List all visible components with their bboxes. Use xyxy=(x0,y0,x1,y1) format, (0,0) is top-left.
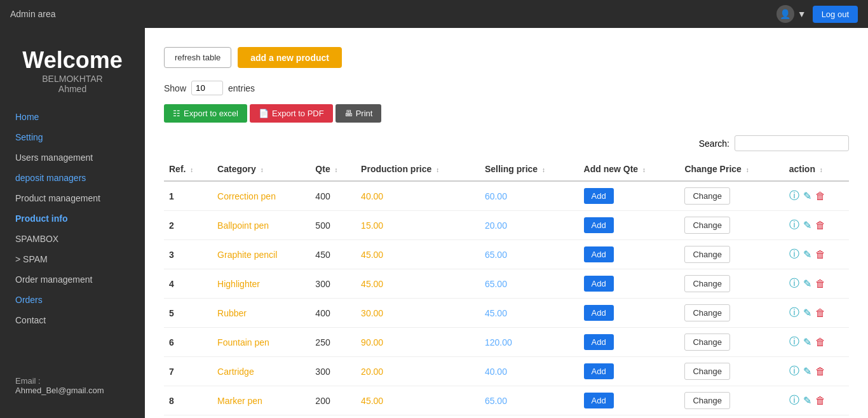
layout: Welcome BELMOKHTAR Ahmed Home Setting Us… xyxy=(0,28,868,418)
delete-icon[interactable]: 🗑 xyxy=(815,337,825,348)
change-price-button[interactable]: Change xyxy=(684,187,730,205)
cell-add-qte: Add xyxy=(579,299,680,328)
sidebar-item-setting[interactable]: Setting xyxy=(0,127,145,147)
cell-add-qte: Add xyxy=(579,181,680,211)
sidebar-item-product-info[interactable]: Product info xyxy=(0,208,145,229)
cell-qte: 300 xyxy=(310,269,356,299)
export-excel-button[interactable]: ☷ Export to excel xyxy=(164,104,247,123)
delete-icon[interactable]: 🗑 xyxy=(815,366,825,377)
edit-icon[interactable]: ✎ xyxy=(803,365,811,377)
change-price-button[interactable]: Change xyxy=(684,392,730,409)
search-input[interactable] xyxy=(735,135,849,151)
info-icon[interactable]: ⓘ xyxy=(789,394,799,407)
cell-category: Cartridge xyxy=(212,357,310,386)
cell-sell-price: 40.00 xyxy=(480,357,579,386)
admin-area-title: Admin area xyxy=(10,9,56,19)
cell-category: Highlighter xyxy=(212,269,310,299)
change-price-button[interactable]: Change xyxy=(684,304,730,321)
sort-action-icon[interactable]: ↕ xyxy=(820,166,823,173)
edit-icon[interactable]: ✎ xyxy=(803,336,811,348)
cell-action: ⓘ ✎ 🗑 xyxy=(784,211,849,240)
sort-add-qte-icon[interactable]: ↕ xyxy=(642,166,646,173)
user-menu[interactable]: 👤 ▼ xyxy=(776,5,806,23)
cell-category: Marker pen xyxy=(212,386,310,415)
change-price-button[interactable]: Change xyxy=(684,363,730,380)
print-button[interactable]: 🖶 Print xyxy=(336,104,382,123)
table-icon: ☷ xyxy=(173,109,180,118)
cell-change-price: Change xyxy=(679,328,783,357)
delete-icon[interactable]: 🗑 xyxy=(815,249,825,260)
delete-icon[interactable]: 🗑 xyxy=(815,278,825,290)
change-price-button[interactable]: Change xyxy=(684,334,730,351)
add-qty-button[interactable]: Add xyxy=(584,334,614,350)
edit-icon[interactable]: ✎ xyxy=(803,248,811,260)
cell-sell-price: 60.00 xyxy=(480,181,579,211)
logout-button[interactable]: Log out xyxy=(813,6,858,23)
info-icon[interactable]: ⓘ xyxy=(789,248,799,261)
sidebar-item-deposit-managers[interactable]: deposit managers xyxy=(0,168,145,188)
table-row: 3 Graphite pencil 450 45.00 65.00 Add Ch… xyxy=(164,240,849,269)
delete-icon[interactable]: 🗑 xyxy=(815,220,825,231)
pdf-icon: 📄 xyxy=(259,109,269,118)
add-qty-button[interactable]: Add xyxy=(584,393,614,408)
delete-icon[interactable]: 🗑 xyxy=(815,307,825,319)
col-category: Category ↕ xyxy=(212,158,310,181)
info-icon[interactable]: ⓘ xyxy=(789,277,799,290)
col-add-qte: Add new Qte ↕ xyxy=(579,158,680,181)
edit-icon[interactable]: ✎ xyxy=(803,219,811,231)
sidebar-nav: Home Setting Users management deposit ma… xyxy=(0,107,145,330)
cell-change-price: Change xyxy=(679,240,783,269)
cell-prod-price: 20.00 xyxy=(356,357,480,386)
sidebar-item-home[interactable]: Home xyxy=(0,107,145,127)
edit-icon[interactable]: ✎ xyxy=(803,278,811,290)
edit-icon[interactable]: ✎ xyxy=(803,307,811,319)
sort-ref-icon[interactable]: ↕ xyxy=(190,166,193,173)
info-icon[interactable]: ⓘ xyxy=(789,219,799,232)
sidebar-item-order-management: Order management xyxy=(0,269,145,290)
sidebar-item-orders[interactable]: Orders xyxy=(0,290,145,310)
add-qty-button[interactable]: Add xyxy=(584,276,614,292)
sort-prod-price-icon[interactable]: ↕ xyxy=(436,166,439,173)
cell-prod-price: 15.00 xyxy=(356,211,480,240)
table-row: 5 Rubber 400 30.00 45.00 Add Change ⓘ ✎ … xyxy=(164,299,849,328)
export-pdf-button[interactable]: 📄 Export to PDF xyxy=(250,104,333,123)
add-qty-button[interactable]: Add xyxy=(584,217,614,233)
sort-category-icon[interactable]: ↕ xyxy=(261,166,264,173)
delete-icon[interactable]: 🗑 xyxy=(815,395,825,407)
cell-category: Correction pen xyxy=(212,181,310,211)
sort-qte-icon[interactable]: ↕ xyxy=(335,166,338,173)
cell-sell-price: 45.00 xyxy=(480,299,579,328)
table-row: 2 Ballpoint pen 500 15.00 20.00 Add Chan… xyxy=(164,211,849,240)
change-price-button[interactable]: Change xyxy=(684,246,730,263)
delete-icon[interactable]: 🗑 xyxy=(815,191,825,202)
add-product-button[interactable]: add a new product xyxy=(238,47,342,68)
edit-icon[interactable]: ✎ xyxy=(803,190,811,202)
export-pdf-label: Export to PDF xyxy=(272,109,324,118)
sort-sell-price-icon[interactable]: ↕ xyxy=(542,166,545,173)
sort-change-price-icon[interactable]: ↕ xyxy=(746,166,749,173)
col-ref: Ref. ↕ xyxy=(164,158,212,181)
info-icon[interactable]: ⓘ xyxy=(789,306,799,320)
info-icon[interactable]: ⓘ xyxy=(789,189,799,203)
refresh-table-button[interactable]: refresh table xyxy=(164,47,231,68)
avatar: 👤 xyxy=(776,5,794,23)
toolbar: refresh table add a new product xyxy=(164,47,849,68)
cell-ref: 6 xyxy=(164,328,212,357)
user-name-line2: Ahmed xyxy=(13,84,132,94)
add-qty-button[interactable]: Add xyxy=(584,188,614,204)
change-price-button[interactable]: Change xyxy=(684,217,730,234)
add-qty-button[interactable]: Add xyxy=(584,305,614,321)
cell-category: Rubber xyxy=(212,299,310,328)
change-price-button[interactable]: Change xyxy=(684,275,730,292)
sidebar-item-contact: Contact xyxy=(0,310,145,330)
cell-action: ⓘ ✎ 🗑 xyxy=(784,328,849,357)
email-label: Email : xyxy=(15,376,130,386)
info-icon[interactable]: ⓘ xyxy=(789,335,799,349)
edit-icon[interactable]: ✎ xyxy=(803,394,811,407)
search-row: Search: xyxy=(164,135,849,151)
add-qty-button[interactable]: Add xyxy=(584,246,614,262)
entries-input[interactable] xyxy=(191,81,223,95)
add-qty-button[interactable]: Add xyxy=(584,363,614,379)
entries-label: entries xyxy=(228,83,255,93)
info-icon[interactable]: ⓘ xyxy=(789,365,799,378)
